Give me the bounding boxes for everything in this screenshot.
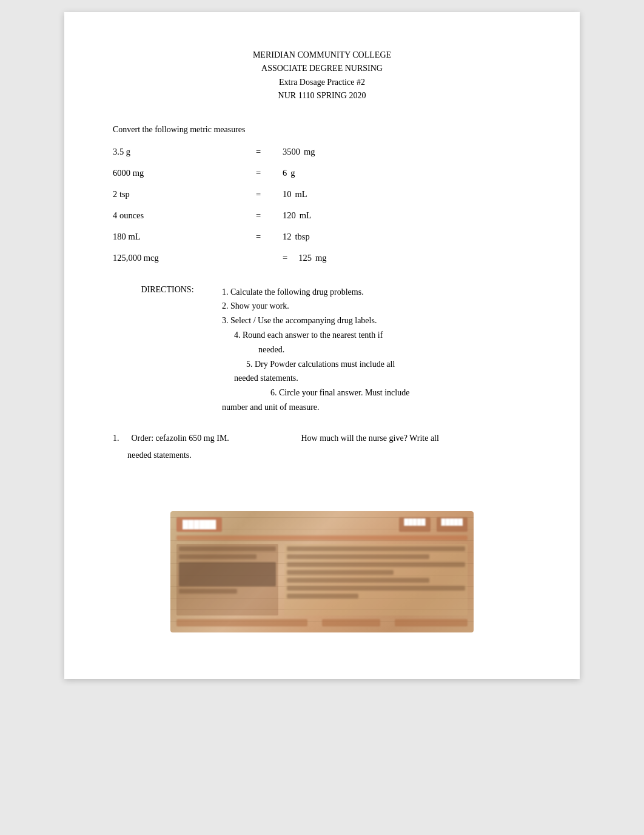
- conv-equals-4: =: [234, 210, 283, 221]
- label-mid: [176, 544, 468, 615]
- label-rline-2: [287, 554, 429, 559]
- document-header: MERIDIAN COMMUNITY COLLEGE ASSOCIATE DEG…: [113, 49, 531, 103]
- label-ndc-2: █████: [437, 517, 468, 532]
- conv-unit-4: mL: [300, 210, 312, 221]
- conv-equals-2: =: [234, 168, 283, 178]
- direction-2: 2. Show your work.: [222, 299, 531, 314]
- conv-right-3: 10 mL: [283, 189, 307, 200]
- problem-order-1: Order: cefazolin 650 mg IM.: [132, 432, 289, 445]
- direction-4-cont: needed.: [222, 343, 531, 357]
- drug-label-inner: ██████ █████ █████: [170, 511, 474, 632]
- conv-equals-right-6: =: [283, 253, 287, 263]
- drug-label-image: ██████ █████ █████: [170, 511, 474, 632]
- conv-left-6: 125,000 mcg: [113, 253, 234, 263]
- conv-value-3: 10: [283, 189, 292, 200]
- label-bottom-left: [176, 619, 307, 626]
- conv-left-5: 180 mL: [113, 232, 234, 242]
- conversion-row-1: 3.5 g = 3500 mg: [113, 147, 531, 157]
- direction-5-cont: needed statements.: [222, 371, 531, 386]
- header-line2: ASSOCIATE DEGREE NURSING: [113, 62, 531, 75]
- conv-equals-3: =: [234, 189, 283, 200]
- label-top-right: █████ █████: [399, 517, 468, 532]
- direction-1: 1. Calculate the following drug problems…: [222, 285, 531, 300]
- conv-value-1: 3500: [283, 147, 300, 157]
- conv-unit-1: mg: [304, 147, 315, 157]
- header-line4: NUR 1110 SPRING 2020: [113, 89, 531, 102]
- conv-left-3: 2 tsp: [113, 189, 234, 200]
- label-rline-1: [287, 546, 465, 551]
- label-rline-3: [287, 562, 465, 567]
- direction-5: 5. Dry Powder calculations must include …: [222, 357, 531, 372]
- conv-right-2: 6 g: [283, 168, 295, 178]
- conv-left-1: 3.5 g: [113, 147, 234, 157]
- conv-unit-3: mL: [295, 189, 307, 200]
- header-line3: Extra Dosage Practice #2: [113, 76, 531, 89]
- conv-right-1: 3500 mg: [283, 147, 315, 157]
- label-bottom-row: [176, 619, 468, 626]
- direction-6-cont: number and unit of measure.: [222, 400, 531, 415]
- conversions-table: 3.5 g = 3500 mg 6000 mg = 6 g 2 tsp = 10…: [113, 147, 531, 263]
- conv-right-6: = 125 mg: [283, 253, 326, 263]
- label-line-3: [179, 589, 237, 594]
- header-line1: MERIDIAN COMMUNITY COLLEGE: [113, 49, 531, 62]
- problem-continued-1: needed statements.: [127, 449, 531, 462]
- conv-left-2: 6000 mg: [113, 168, 234, 178]
- problems-section: 1. Order: cefazolin 650 mg IM. How much …: [113, 432, 531, 463]
- label-left-col: [176, 544, 278, 615]
- directions-content: 1. Calculate the following drug problems…: [222, 285, 531, 415]
- conv-right-5: 12 tbsp: [283, 232, 310, 242]
- conv-right-4: 120 mL: [283, 210, 312, 221]
- conversion-row-2: 6000 mg = 6 g: [113, 168, 531, 178]
- label-bottom-right: [395, 619, 468, 626]
- label-rline-7: [287, 594, 358, 599]
- label-ndc-1: █████: [399, 517, 430, 532]
- problem-item-1: 1. Order: cefazolin 650 mg IM. How much …: [113, 432, 531, 445]
- direction-3: 3. Select / Use the accompanying drug la…: [222, 314, 531, 328]
- conv-value-2: 6: [283, 168, 287, 178]
- label-subtitle-bar: [176, 535, 468, 540]
- label-brand: ██████: [176, 517, 222, 532]
- conv-unit-6: mg: [315, 253, 327, 263]
- directions-label: DIRECTIONS:: [113, 285, 222, 415]
- conv-left-4: 4 ounces: [113, 210, 234, 221]
- drug-label-area: ██████ █████ █████: [113, 511, 531, 632]
- page: MERIDIAN COMMUNITY COLLEGE ASSOCIATE DEG…: [64, 12, 580, 679]
- problem-number-1: 1.: [113, 432, 119, 445]
- conversion-row-5: 180 mL = 12 tbsp: [113, 232, 531, 242]
- label-top-row: ██████ █████ █████: [176, 517, 468, 532]
- label-rline-5: [287, 578, 429, 583]
- label-line-1: [179, 546, 276, 551]
- conv-equals-5: =: [234, 232, 283, 242]
- conv-value-5: 12: [283, 232, 292, 242]
- label-big-block: [179, 562, 276, 586]
- conv-equals-1: =: [234, 147, 283, 157]
- direction-6: 6. Circle your final answer. Must includ…: [222, 386, 531, 400]
- conversion-row-6: 125,000 mcg = 125 mg: [113, 253, 531, 263]
- conv-value-6: 125: [298, 253, 312, 263]
- intro-text: Convert the following metric measures: [113, 125, 531, 135]
- conv-unit-2: g: [290, 168, 295, 178]
- label-right-col: [284, 544, 468, 615]
- conversion-row-4: 4 ounces = 120 mL: [113, 210, 531, 221]
- label-bottom-mid: [322, 619, 380, 626]
- conv-unit-5: tbsp: [295, 232, 310, 242]
- conv-value-4: 120: [283, 210, 296, 221]
- conversion-row-3: 2 tsp = 10 mL: [113, 189, 531, 200]
- directions-section: DIRECTIONS: 1. Calculate the following d…: [113, 285, 531, 415]
- label-rline-6: [287, 586, 465, 591]
- problem-question-1: How much will the nurse give? Write all: [301, 432, 532, 445]
- direction-4: 4. Round each answer to the nearest tent…: [222, 328, 531, 343]
- label-line-2: [179, 554, 257, 559]
- label-rline-4: [287, 570, 394, 575]
